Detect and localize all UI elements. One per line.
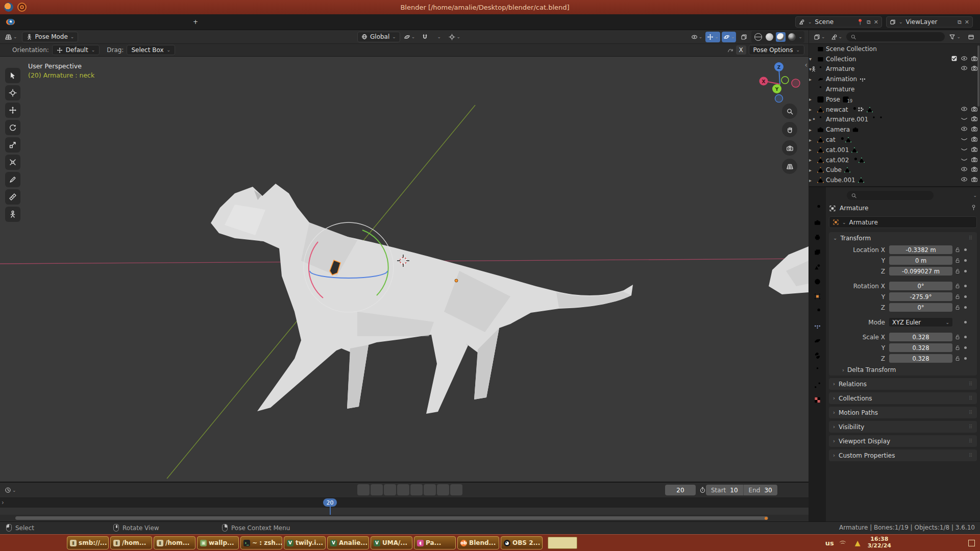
workspace-tab[interactable] [125,20,135,24]
disable-in-render-toggle[interactable] [971,165,978,174]
outliner-item-label[interactable]: Cube.001 [826,177,855,184]
proportional-edit-dropdown[interactable]: ⌄ [447,32,462,42]
rotation-field[interactable]: 0° [889,303,952,312]
checkbox-toggle[interactable] [951,135,958,144]
hide-in-viewport-toggle[interactable] [961,105,968,114]
orientation-setting-dropdown[interactable]: Default ⌄ [52,45,100,55]
outliner-row[interactable]: ▾ Collection [809,54,980,64]
timeline-menu-item[interactable] [35,489,43,492]
frame-start-field[interactable]: Start 10 [706,485,744,495]
hide-in-viewport-toggle[interactable] [961,85,968,94]
workspace-tab[interactable] [146,20,156,24]
disable-in-render-toggle[interactable] [971,44,978,54]
taskbar-window-button[interactable]: ◖ Pa... [414,536,456,549]
outliner-row[interactable]: • ▸ Armature.001 [809,115,980,125]
keyboard-layout-indicator[interactable]: us [825,539,834,547]
cat-duplicate-fragment[interactable] [769,246,808,294]
gizmo-minus-y-axis[interactable] [781,77,789,84]
outliner-row[interactable]: ▸ cat.001 [809,145,980,155]
panel-grip-icon[interactable]: ⠿ [969,453,973,458]
disable-in-render-toggle[interactable] [971,115,978,124]
animate-dot[interactable] [963,285,968,287]
taskbar-window-button[interactable]: V UMA/... [371,536,412,549]
scale-field[interactable]: 0.328 [889,343,952,352]
properties-search-input[interactable] [847,191,934,200]
gizmo-minus-x-axis[interactable] [792,79,800,87]
outliner-row[interactable]: ▸ cat.002 [809,155,980,165]
menu-item[interactable] [55,20,64,23]
taskbar-window-button[interactable]: ◕ OBS 2... [501,536,543,549]
checkbox-toggle[interactable] [951,145,958,155]
location-field[interactable]: -0.099027 m [889,267,952,276]
wifi-icon[interactable] [840,540,848,546]
viewport-menu-item[interactable] [99,35,107,38]
lock-icon[interactable] [952,355,963,362]
panel-grip-icon[interactable]: ⠿ [969,381,973,387]
workspace-tab[interactable] [114,20,124,24]
blender-logo-icon[interactable] [6,19,15,25]
disable-in-render-toggle[interactable] [971,176,978,185]
object-name-field[interactable]: ⌄ Armature [829,216,977,228]
hide-in-viewport-toggle[interactable] [961,176,968,185]
shading-rendered-button[interactable] [787,32,797,42]
hide-in-viewport-toggle[interactable] [961,145,968,155]
hide-in-viewport-toggle[interactable] [961,44,968,54]
window-button[interactable] [952,3,963,12]
checkbox-toggle[interactable] [951,165,958,174]
scale-field[interactable]: 0.328 [889,354,952,363]
checkbox-toggle[interactable] [951,105,958,114]
animate-dot[interactable] [963,295,968,298]
sidebar-collapse-arrow[interactable]: ‹ [804,61,807,69]
hide-in-viewport-toggle[interactable] [961,74,968,84]
hide-in-viewport-toggle[interactable] [961,135,968,144]
workspace-tab[interactable] [92,20,103,24]
panel-grip-icon[interactable]: ⠿ [969,235,973,241]
show-desktop-button[interactable] [968,540,975,546]
timeline-ruler[interactable] [0,498,808,508]
disable-in-render-toggle[interactable] [971,156,978,165]
viewport-3d[interactable]: User Perspective (20) Armature : neck [0,57,808,482]
use-preview-range-icon[interactable] [699,486,706,495]
updates-arrow-icon[interactable]: ▲ [853,539,862,547]
timeline-menu-item[interactable] [19,489,27,492]
lock-icon[interactable] [952,293,963,300]
copy-icon[interactable]: ⧉ [867,19,871,26]
workspace-tab[interactable] [71,20,81,24]
menu-item[interactable] [36,20,45,23]
channels-expand-arrow[interactable]: › [2,499,4,506]
rotation-field[interactable]: -275.9° [889,292,952,301]
pivot-point-dropdown[interactable]: ⌄ [402,32,417,42]
panel-grip-icon[interactable]: ⠿ [969,424,973,430]
animate-dot[interactable] [963,346,968,349]
animate-dot[interactable] [963,357,968,360]
pin-icon[interactable]: 📍 [856,19,864,26]
disable-in-render-toggle[interactable] [971,125,978,134]
lock-icon[interactable] [952,344,963,352]
editor-type-selector[interactable]: ⌄ [3,32,19,42]
window-titlebar[interactable]: Blender [/home/amalie/Desktop/blender/ca… [0,0,980,14]
lock-icon[interactable] [952,333,963,341]
pan-button[interactable] [782,122,797,137]
panel-grip-icon[interactable]: ⠿ [969,438,973,444]
timeline-editor-selector[interactable]: ⌄ [3,485,18,495]
orthographic-toggle-button[interactable] [782,159,797,174]
taskbar-window-button[interactable]: ▮ /hom... [110,536,152,549]
outliner-display-mode[interactable]: ⌄ [829,32,844,42]
outliner-row[interactable]: ▸ Cube.001 [809,175,980,185]
snap-toggle[interactable] [419,32,431,42]
delta-transform-panel-header[interactable]: › Delta Transform [829,364,977,375]
checkbox-toggle[interactable] [951,176,958,185]
outliner-row[interactable]: Armature [809,84,980,94]
shading-material-button[interactable] [776,32,786,42]
checkbox-toggle[interactable] [951,95,958,104]
taskbar-window-button[interactable]: V twily.i... [284,536,326,549]
lock-icon[interactable] [952,304,963,311]
hide-in-viewport-toggle[interactable] [961,165,968,174]
xray-toggle[interactable] [738,32,750,42]
taskbar-window-button[interactable]: ▮ /hom... [154,536,195,549]
new-collection-button[interactable] [965,32,977,42]
cat-model[interactable] [211,184,633,414]
workspace-tab[interactable] [178,20,188,24]
disable-in-render-toggle[interactable] [971,74,978,84]
disable-in-render-toggle[interactable] [971,55,978,64]
